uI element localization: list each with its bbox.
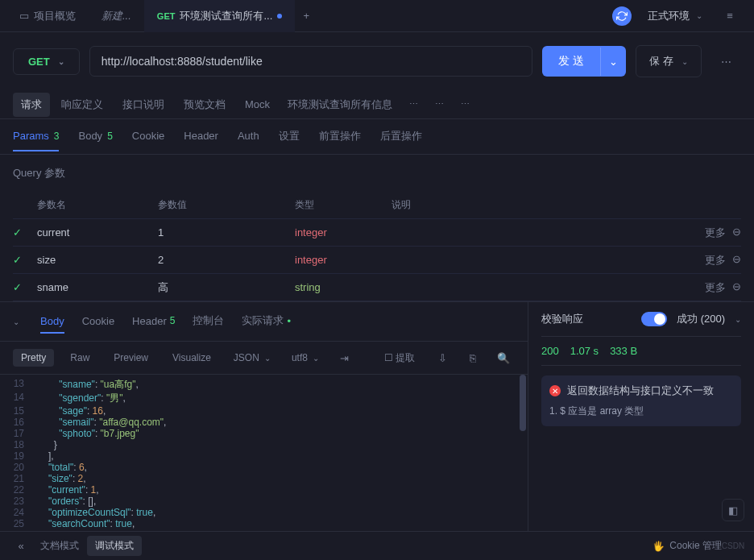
remove-icon[interactable]: ⊖ xyxy=(732,226,741,240)
breadcrumb: 环境测试查询所有信息 xyxy=(281,97,399,112)
tab-title: 环境测试查询所有... xyxy=(180,9,272,23)
param-type[interactable]: string xyxy=(295,281,392,293)
encoding-select[interactable]: utf8⌄ xyxy=(285,349,325,367)
col-type: 类型 xyxy=(295,198,392,212)
param-tab-body[interactable]: Body5 xyxy=(78,122,112,151)
pretty-button[interactable]: Pretty xyxy=(13,349,54,367)
doc-mode-button[interactable]: 文档模式 xyxy=(32,536,87,556)
param-tab-后置操作[interactable]: 后置操作 xyxy=(380,121,422,153)
save-label: 保 存 xyxy=(649,54,673,68)
code-line: 21 "size": 2, xyxy=(0,473,528,484)
response-body[interactable]: 13 "sname": "ua高fg",14 "sgender": "男",15… xyxy=(0,375,528,551)
env-label: 正式环境 xyxy=(648,9,690,23)
param-type[interactable]: integer xyxy=(295,254,392,266)
check-icon[interactable]: ✓ xyxy=(13,281,37,293)
param-name[interactable]: size xyxy=(37,254,158,266)
error-box: ✕ 返回数据结构与接口定义不一致 1. $ 应当是 array 类型 xyxy=(541,375,741,426)
param-value[interactable]: 2 xyxy=(158,254,295,266)
visualize-button[interactable]: Visualize xyxy=(164,349,219,367)
sub-tab-0[interactable]: 请求 xyxy=(13,93,50,117)
method-label: GET xyxy=(28,56,50,68)
collapse-sidebar-button[interactable]: « xyxy=(10,535,32,558)
validate-toggle[interactable] xyxy=(641,312,667,326)
param-tab-cookie[interactable]: Cookie xyxy=(132,122,164,151)
env-select[interactable]: 正式环境 ⌄ xyxy=(640,6,710,27)
refresh-icon xyxy=(616,10,628,22)
more-link[interactable]: 更多 xyxy=(705,280,726,295)
query-params-title: Query 参数 xyxy=(0,155,754,192)
param-tab-auth[interactable]: Auth xyxy=(238,122,259,151)
cookie-manager-button[interactable]: 🖐 Cookie 管理 xyxy=(652,539,722,553)
param-value[interactable]: 高 xyxy=(158,280,295,295)
format-select[interactable]: JSON⌄ xyxy=(227,349,277,367)
resp-tab-控制台[interactable]: 控制台 xyxy=(193,309,224,334)
more-button[interactable]: ⋯ xyxy=(711,48,741,76)
collapse-icon[interactable]: ⌄ xyxy=(13,317,19,326)
link-icon[interactable]: ⋯ xyxy=(402,93,425,116)
code-icon[interactable]: ⋯ xyxy=(428,93,450,116)
param-row[interactable]: ✓sname高string更多⊖ xyxy=(13,274,741,301)
tab-overview-label: 项目概览 xyxy=(34,9,76,23)
chevron-down-icon: ⌄ xyxy=(696,11,702,20)
sub-tab-4[interactable]: Mock xyxy=(237,93,278,115)
method-select[interactable]: GET ⌄ xyxy=(13,48,80,75)
watermark-icon: CSDN xyxy=(722,535,744,558)
more-link[interactable]: 更多 xyxy=(705,253,726,268)
sub-tab-2[interactable]: 接口说明 xyxy=(114,93,172,117)
code-line: 24 "optimizeCountSql": true, xyxy=(0,507,528,518)
validate-label: 校验响应 xyxy=(541,312,583,326)
download-button[interactable]: ⇩ xyxy=(431,346,454,369)
debug-mode-button[interactable]: 调试模式 xyxy=(87,536,142,556)
refresh-icon[interactable]: ⋯ xyxy=(454,93,476,116)
copy-button[interactable]: ⎘ xyxy=(462,346,484,369)
code-line: 17 "sphoto": "b7.jpeg" xyxy=(0,428,528,439)
tab-overview[interactable]: ▭ 项目概览 xyxy=(6,0,89,32)
tab-active[interactable]: GET 环境测试查询所有... xyxy=(144,0,295,32)
more-link[interactable]: 更多 xyxy=(705,226,726,240)
code-line: 16 "semail": "affa@qq.com", xyxy=(0,417,528,428)
param-tab-前置操作[interactable]: 前置操作 xyxy=(319,121,361,153)
raw-button[interactable]: Raw xyxy=(62,349,97,367)
param-value[interactable]: 1 xyxy=(158,226,295,239)
resp-tab-cookie[interactable]: Cookie xyxy=(82,310,114,334)
preview-button[interactable]: Preview xyxy=(106,349,156,367)
tab-method: GET xyxy=(157,11,176,21)
resp-tab-实际请求[interactable]: 实际请求• xyxy=(242,309,291,334)
error-title: 返回数据结构与接口定义不一致 xyxy=(567,384,714,398)
extract-button[interactable]: ☐ 提取 xyxy=(376,348,423,368)
code-line: 15 "sage": 16, xyxy=(0,405,528,417)
error-icon: ✕ xyxy=(549,385,561,396)
param-type[interactable]: integer xyxy=(295,226,392,239)
save-button[interactable]: 保 存 ⌄ xyxy=(636,45,702,77)
search-button[interactable]: 🔍 xyxy=(492,346,515,369)
resp-tab-body[interactable]: Body xyxy=(40,310,64,334)
check-icon[interactable]: ✓ xyxy=(13,254,37,266)
param-name[interactable]: sname xyxy=(37,281,158,293)
add-tab-button[interactable]: + xyxy=(295,5,317,27)
param-tab-设置[interactable]: 设置 xyxy=(279,121,300,153)
wrap-button[interactable]: ⇥ xyxy=(334,346,356,369)
send-button[interactable]: 发 送 ⌄ xyxy=(542,46,626,77)
sub-tab-3[interactable]: 预览文档 xyxy=(176,93,234,117)
param-tab-header[interactable]: Header xyxy=(184,122,218,151)
sync-button[interactable] xyxy=(612,6,632,26)
param-row[interactable]: ✓size2integer更多⊖ xyxy=(13,247,741,274)
check-icon[interactable]: ✓ xyxy=(13,226,37,239)
param-header-row: 参数名 参数值 类型 说明 xyxy=(13,192,741,219)
param-tab-params[interactable]: Params3 xyxy=(13,122,59,151)
menu-button[interactable]: ≡ xyxy=(719,5,741,27)
tab-new-label: 新建... xyxy=(102,9,131,23)
param-name[interactable]: current xyxy=(37,226,158,239)
remove-icon[interactable]: ⊖ xyxy=(732,280,741,295)
float-panel-button[interactable]: ◧ xyxy=(722,499,744,521)
url-input[interactable] xyxy=(89,46,533,77)
sub-tab-1[interactable]: 响应定义 xyxy=(53,93,111,117)
scrollbar[interactable] xyxy=(520,375,526,431)
code-line: 22 "current": 1, xyxy=(0,484,528,496)
chevron-down-icon[interactable]: ⌄ xyxy=(600,48,626,76)
tab-new[interactable]: 新建... xyxy=(89,0,144,32)
remove-icon[interactable]: ⊖ xyxy=(732,253,741,268)
resp-tab-header[interactable]: Header5 xyxy=(132,310,175,334)
chevron-down-icon[interactable]: ⌄ xyxy=(735,315,741,324)
param-row[interactable]: ✓current1integer更多⊖ xyxy=(13,219,741,247)
